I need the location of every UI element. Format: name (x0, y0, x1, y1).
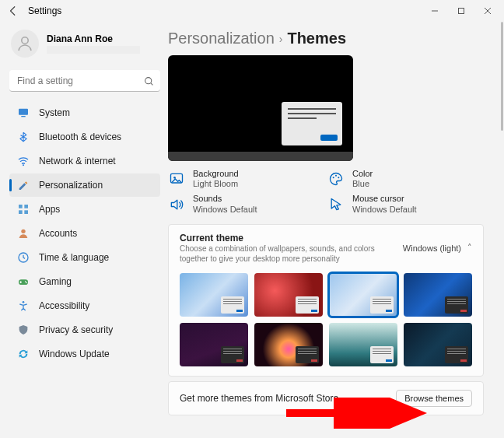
quick-sounds[interactable]: SoundsWindows Default (168, 194, 312, 214)
breadcrumb-parent[interactable]: Personalization (168, 30, 275, 47)
accounts-icon (17, 227, 30, 240)
sidebar-item-label: Accessibility (39, 300, 89, 311)
back-button[interactable] (3, 1, 23, 21)
svg-rect-3 (19, 109, 28, 115)
preview-taskbar (168, 152, 353, 161)
current-theme-card: Current theme Choose a combination of wa… (168, 224, 484, 377)
quick-cursor[interactable]: Mouse cursorWindows Default (327, 194, 471, 214)
theme-thumbnail[interactable] (329, 273, 397, 317)
preview-dialog-mini (221, 296, 244, 314)
maximize-button[interactable] (448, 1, 474, 21)
sidebar-item-update[interactable]: Windows Update (9, 342, 160, 366)
sidebar-item-accounts[interactable]: Accounts (9, 222, 160, 245)
preview-dialog-mini (296, 296, 319, 314)
sidebar-item-accessibility[interactable]: Accessibility (9, 294, 160, 317)
palette-icon (327, 170, 345, 187)
svg-point-18 (333, 177, 334, 179)
speaker-icon (168, 196, 185, 213)
breadcrumb-current: Themes (287, 30, 346, 47)
svg-rect-7 (24, 205, 28, 208)
preview-dialog-mini (445, 346, 468, 363)
svg-rect-8 (19, 210, 23, 214)
svg-point-15 (23, 301, 25, 303)
sidebar-item-label: Gaming (39, 276, 72, 287)
scrollbar-thumb[interactable] (501, 22, 503, 131)
theme-grid (180, 273, 472, 366)
update-icon (17, 348, 30, 360)
sidebar-item-network[interactable]: Network & internet (9, 149, 160, 173)
titlebar: Settings (0, 0, 504, 22)
gaming-icon (17, 275, 30, 288)
preview-dialog (282, 102, 342, 145)
system-icon (17, 107, 30, 119)
svg-point-19 (335, 175, 337, 177)
preview-dialog-mini (370, 296, 394, 314)
main-content: Personalization › Themes BackgroundLight… (166, 22, 504, 438)
svg-rect-6 (19, 205, 23, 208)
desktop-preview (168, 55, 353, 161)
svg-point-20 (338, 177, 339, 179)
sidebar-item-label: Personalization (39, 180, 103, 191)
sidebar-item-label: Windows Update (39, 349, 110, 359)
sidebar-item-label: Privacy & security (39, 324, 113, 335)
svg-point-13 (25, 281, 26, 282)
sidebar-item-label: System (39, 107, 70, 118)
cursor-icon (327, 196, 345, 213)
sidebar-item-label: Apps (39, 204, 60, 215)
current-theme-subtitle: Choose a combination of wallpapers, soun… (180, 244, 390, 264)
theme-thumbnail[interactable] (329, 323, 397, 366)
time-icon (17, 251, 30, 264)
current-theme-value: Windows (light) ˄ (403, 243, 472, 253)
sidebar-item-label: Bluetooth & devices (39, 131, 121, 142)
theme-thumbnail[interactable] (254, 273, 323, 317)
sidebar-item-gaming[interactable]: Gaming (9, 270, 160, 293)
preview-dialog-mini (221, 346, 244, 363)
quick-background[interactable]: BackgroundLight Bloom (168, 169, 312, 189)
avatar (11, 30, 39, 58)
bluetooth-icon (17, 131, 30, 143)
sidebar-item-system[interactable]: System (9, 101, 160, 124)
annotation-arrow (283, 398, 431, 429)
svg-point-5 (23, 164, 24, 166)
search-wrap (9, 70, 160, 92)
minimize-button[interactable] (422, 1, 448, 21)
theme-thumbnail[interactable] (404, 273, 472, 317)
chevron-right-icon: › (279, 33, 283, 45)
current-theme-title: Current theme (180, 233, 395, 244)
search-input[interactable] (9, 70, 160, 92)
quick-links: BackgroundLight Bloom ColorBlue SoundsWi… (168, 169, 471, 215)
theme-thumbnail[interactable] (404, 323, 472, 366)
image-icon (168, 170, 185, 187)
sidebar: Diana Ann Roe SystemBluetooth & devicesN… (0, 22, 166, 438)
sidebar-item-label: Time & language (39, 252, 109, 263)
sidebar-item-privacy[interactable]: Privacy & security (9, 318, 160, 342)
svg-point-1 (22, 37, 28, 44)
sidebar-item-bluetooth[interactable]: Bluetooth & devices (9, 125, 160, 149)
accessibility-icon (17, 300, 30, 312)
network-icon (17, 155, 30, 167)
search-icon (144, 75, 154, 89)
sidebar-item-personalization[interactable]: Personalization (9, 173, 160, 197)
preview-dialog-mini (445, 296, 468, 314)
personalization-icon (17, 179, 30, 191)
sidebar-item-label: Network & internet (39, 156, 116, 166)
sidebar-item-label: Accounts (39, 228, 77, 239)
theme-thumbnail[interactable] (180, 273, 248, 317)
svg-point-10 (21, 230, 25, 233)
close-button[interactable] (474, 1, 501, 21)
theme-thumbnail[interactable] (254, 323, 323, 366)
breadcrumb: Personalization › Themes (168, 28, 496, 55)
preview-dialog-mini (296, 346, 319, 363)
sidebar-item-time[interactable]: Time & language (9, 246, 160, 269)
svg-point-14 (26, 282, 27, 284)
window-title: Settings (28, 5, 61, 16)
theme-thumbnail[interactable] (180, 323, 248, 366)
quick-color[interactable]: ColorBlue (327, 169, 471, 189)
privacy-icon (17, 324, 30, 336)
user-profile[interactable]: Diana Ann Roe (9, 25, 160, 65)
sidebar-item-apps[interactable]: Apps (9, 198, 160, 221)
window-controls (422, 1, 501, 21)
preview-dialog-mini (370, 346, 394, 363)
current-theme-header[interactable]: Current theme Choose a combination of wa… (180, 233, 472, 264)
arrow-left-icon (8, 5, 19, 16)
